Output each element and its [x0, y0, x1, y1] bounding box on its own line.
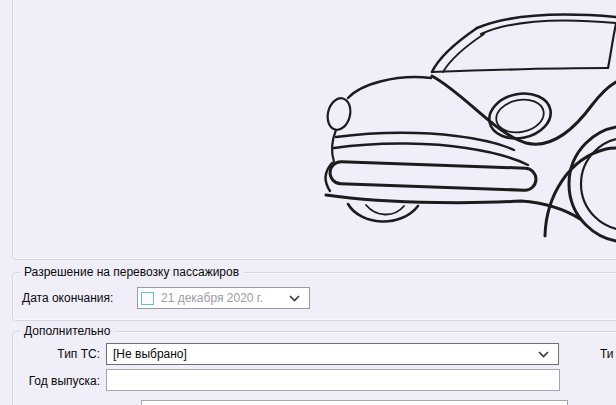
chevron-down-icon[interactable] — [538, 351, 549, 358]
end-date-label: Дата окончания: — [22, 291, 113, 305]
partial-bottom-field[interactable] — [141, 400, 568, 405]
clipped-type-label: Ти — [600, 347, 614, 361]
end-date-picker[interactable]: 21 декабря 2020 г. — [137, 287, 310, 309]
car-illustration-icon — [286, 0, 616, 245]
end-date-value: 21 декабря 2020 г. — [161, 291, 263, 305]
vehicle-type-value: [Не выбрано] — [113, 347, 187, 361]
end-date-checkbox[interactable] — [141, 292, 154, 305]
form-background: Разрешение на перевозку пассажиров Дата … — [0, 0, 616, 405]
chevron-down-icon[interactable] — [289, 295, 300, 302]
vehicle-type-combobox[interactable]: [Не выбрано] — [106, 343, 559, 365]
additional-groupbox-title: Дополнительно — [20, 324, 114, 338]
year-input[interactable] — [106, 369, 560, 391]
year-label: Год выпуска: — [22, 374, 100, 388]
vehicle-type-label: Тип ТС: — [22, 347, 100, 361]
permission-groupbox-title: Разрешение на перевозку пассажиров — [20, 265, 243, 279]
